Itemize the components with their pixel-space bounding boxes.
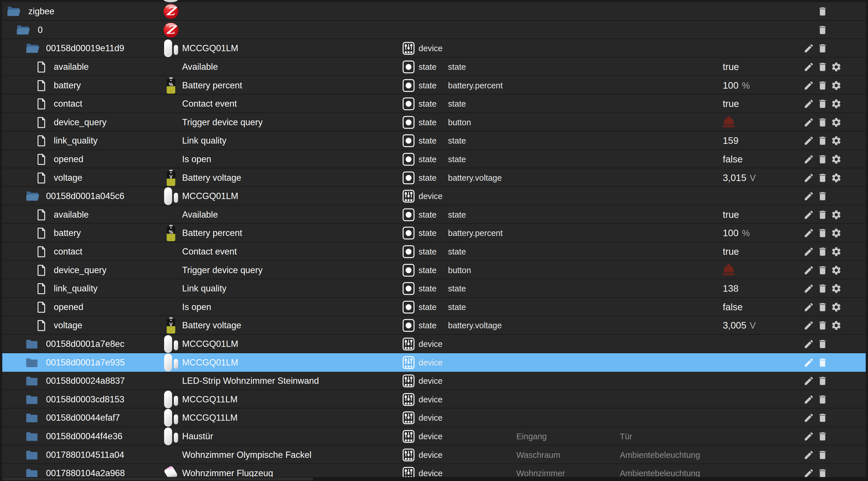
table-row[interactable]: contact Contact event state state true	[0, 242, 868, 261]
table-row[interactable]: available Available state state true	[0, 58, 868, 77]
folder-closed-icon[interactable]	[26, 450, 38, 460]
horizontal-scrollbar-track[interactable]	[0, 477, 868, 481]
edit-button[interactable]	[803, 283, 814, 294]
file-icon[interactable]	[37, 246, 46, 258]
delete-button[interactable]	[817, 80, 828, 91]
custom-settings-button[interactable]	[831, 135, 842, 146]
folder-closed-icon[interactable]	[26, 339, 38, 349]
delete-button[interactable]	[817, 357, 828, 368]
file-icon[interactable]	[37, 227, 46, 239]
delete-button[interactable]	[817, 394, 828, 405]
file-icon[interactable]	[37, 301, 46, 313]
delete-button[interactable]	[817, 25, 828, 35]
file-icon[interactable]	[37, 172, 46, 184]
edit-button[interactable]	[803, 302, 814, 312]
custom-settings-button[interactable]	[831, 265, 842, 276]
edit-button[interactable]	[803, 338, 814, 350]
delete-button[interactable]	[817, 375, 828, 386]
table-row[interactable]: link_quality Link quality state state 15…	[0, 131, 868, 150]
edit-button[interactable]	[803, 43, 814, 54]
table-row[interactable]: battery +%- Battery percent state batter…	[0, 224, 868, 242]
folder-closed-icon[interactable]	[26, 431, 38, 441]
folder-open-icon[interactable]	[7, 6, 21, 17]
delete-button[interactable]	[817, 154, 828, 165]
table-row[interactable]: 0 Z	[0, 21, 868, 39]
delete-button[interactable]	[817, 43, 828, 54]
delete-button[interactable]	[817, 98, 828, 109]
delete-button[interactable]	[817, 450, 828, 460]
edit-button[interactable]	[803, 320, 814, 331]
file-icon[interactable]	[37, 61, 46, 72]
delete-button[interactable]	[817, 173, 828, 183]
table-row[interactable]: device_query Trigger device query state …	[0, 261, 868, 279]
edit-button[interactable]	[803, 154, 814, 165]
file-icon[interactable]	[37, 154, 46, 165]
table-row[interactable]: voltage +V- Battery voltage state batter…	[0, 316, 868, 335]
edit-button[interactable]	[803, 80, 814, 91]
table-row[interactable]: link_quality Link quality state state 13…	[0, 279, 868, 298]
delete-button[interactable]	[817, 191, 828, 202]
custom-settings-button[interactable]	[831, 117, 842, 128]
folder-closed-icon[interactable]	[26, 358, 38, 367]
custom-settings-button[interactable]	[831, 61, 842, 72]
folder-closed-icon[interactable]	[26, 395, 38, 404]
delete-button[interactable]	[817, 283, 828, 294]
edit-button[interactable]	[803, 357, 814, 368]
delete-button[interactable]	[817, 117, 828, 128]
custom-settings-button[interactable]	[831, 154, 842, 165]
delete-button[interactable]	[817, 209, 828, 220]
edit-button[interactable]	[803, 117, 814, 128]
table-row[interactable]: 00158d0003cd8153 MCCGQ11LM device	[0, 390, 868, 409]
table-row[interactable]: opened Is open state state false	[0, 298, 868, 317]
custom-settings-button[interactable]	[831, 302, 842, 312]
table-row[interactable]: 00158d00019e11d9 MCCGQ01LM device	[0, 39, 868, 58]
edit-button[interactable]	[803, 228, 814, 239]
delete-button[interactable]	[817, 228, 828, 239]
custom-settings-button[interactable]	[831, 173, 842, 183]
delete-button[interactable]	[817, 246, 828, 257]
table-row[interactable]: 00158d00044efaf7 MCCGQ11LM device	[0, 409, 868, 427]
table-row[interactable]: 00158d0001a7e8ec MCCGQ01LM device	[0, 335, 868, 354]
table-row[interactable]: opened Is open state state false	[0, 150, 868, 169]
delete-button[interactable]	[817, 431, 828, 442]
edit-button[interactable]	[803, 450, 814, 460]
delete-button[interactable]	[817, 338, 828, 350]
folder-open-icon[interactable]	[26, 42, 39, 54]
edit-button[interactable]	[803, 375, 814, 386]
table-row-selected[interactable]: 00158d0001a7e935 MCCGQ01LM device	[0, 353, 868, 372]
custom-settings-button[interactable]	[831, 246, 842, 257]
custom-settings-button[interactable]	[831, 98, 842, 109]
table-row[interactable]: zigbee Z	[0, 2, 868, 21]
edit-button[interactable]	[803, 265, 814, 276]
folder-open-icon[interactable]	[26, 190, 39, 202]
delete-button[interactable]	[817, 265, 828, 276]
custom-settings-button[interactable]	[831, 80, 842, 91]
delete-button[interactable]	[817, 412, 828, 423]
file-icon[interactable]	[37, 209, 46, 220]
table-row[interactable]: available Available state state true	[0, 206, 868, 224]
table-row[interactable]: 00158d00024a8837 LED-Strip Wohnzimmer St…	[0, 372, 868, 390]
delete-button[interactable]	[817, 302, 828, 312]
file-icon[interactable]	[37, 117, 46, 128]
edit-button[interactable]	[803, 412, 814, 423]
file-icon[interactable]	[37, 283, 46, 294]
file-icon[interactable]	[37, 98, 46, 110]
delete-button[interactable]	[817, 320, 828, 331]
edit-button[interactable]	[803, 246, 814, 257]
folder-open-icon[interactable]	[16, 24, 30, 36]
custom-settings-button[interactable]	[831, 209, 842, 220]
table-row[interactable]: battery +%- Battery percent state batter…	[0, 76, 868, 95]
edit-button[interactable]	[803, 135, 814, 146]
folder-closed-icon[interactable]	[26, 413, 38, 423]
edit-button[interactable]	[803, 98, 814, 109]
table-row[interactable]: 00158d00044f4e36 Haustür device Eingang …	[0, 427, 868, 446]
edit-button[interactable]	[803, 394, 814, 405]
file-icon[interactable]	[37, 320, 46, 331]
table-row[interactable]: 0017880104511a04 Wohnzimmer Olympische F…	[0, 446, 868, 464]
file-icon[interactable]	[37, 265, 46, 276]
file-icon[interactable]	[37, 80, 46, 91]
custom-settings-button[interactable]	[831, 228, 842, 239]
table-row[interactable]: device_query Trigger device query state …	[0, 113, 868, 132]
custom-settings-button[interactable]	[831, 283, 842, 294]
delete-button[interactable]	[817, 135, 828, 146]
